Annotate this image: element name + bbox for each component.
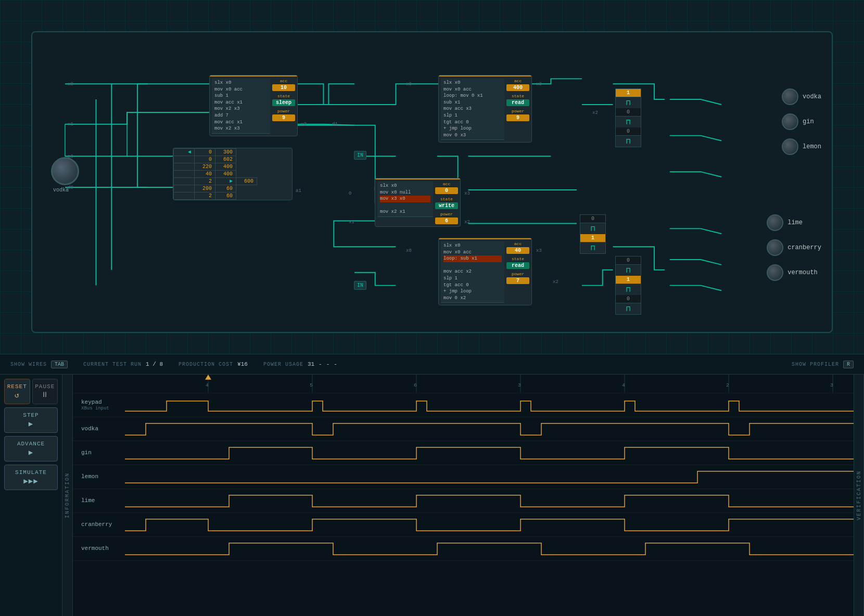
power-dash2: - [326,361,330,367]
port-x2-2: x2 [592,110,598,116]
vermouth-row: vermouth [73,537,854,561]
reset-button[interactable]: RESET ↺ [4,379,30,404]
keypad-wave [125,393,854,417]
step-button[interactable]: STEP ▶ [4,407,58,433]
port-x2-1: x2 [301,122,307,127]
tick-track: 4 5 6 3 4 2 3 [125,375,854,393]
data-table: ◄ 0 300 0 602 220 400 [173,148,293,200]
current-test-item: CURRENT TEST RUN 1 / 8 [83,361,163,367]
production-cost-value: ¥16 [237,361,248,367]
port-a0: a0 [68,154,73,159]
port-x2-4: x2 [553,279,558,285]
proc2-power: 9 [506,114,529,121]
keypad-row: keypad XBus input [73,393,854,417]
show-wires-item: SHOW WIRES TAB [10,361,68,368]
port-d1: d1 [332,122,338,127]
proc3-power: 6 [435,217,458,224]
vermouth-knob[interactable] [767,264,783,281]
current-test-label: CURRENT TEST RUN [83,362,142,367]
svg-text:5: 5 [310,382,313,388]
in-label-1: IN [354,151,366,160]
show-wires-label: SHOW WIRES [10,362,47,367]
proc-node-2: slx x0 mov x0 acc loop: mov 0 x1 sub x1 … [438,75,532,143]
status-bar: SHOW WIRES TAB CURRENT TEST RUN 1 / 8 PR… [0,354,864,375]
signal-block-1: 1 ⊓ 0 ⊓ 0 ⊓ [615,88,641,147]
show-profiler-item: SHOW PROFILER R [792,361,854,368]
proc3-acc: 0 [435,187,458,194]
lemon-label: lemon [803,143,821,150]
production-cost-item: PRODUCTION COST ¥16 [179,361,248,367]
gin-label: gin [803,118,814,125]
port-x1: x1 [68,122,73,127]
information-tab[interactable]: INFORMATION [62,375,73,616]
show-profiler-key[interactable]: R [843,361,854,368]
cranberry-wave [125,513,854,536]
svg-text:3: 3 [830,382,833,388]
show-wires-key[interactable]: TAB [51,361,68,368]
vermouth-label: vermouth [787,269,818,276]
port-x0-4: x0 [406,248,412,253]
proc4-acc: 40 [506,247,529,254]
lime-knob[interactable] [767,214,783,231]
keypad[interactable]: vodka [51,157,79,185]
gin-wave [125,441,854,465]
port-x0-2: x0 [406,82,412,87]
lime-wave [125,489,854,512]
current-test-value: 1 / 8 [146,361,163,367]
vermouth-wave [125,537,854,560]
vodka-output: vodka gin lemon [782,88,821,155]
vodka-label: vodka [803,93,821,100]
header-row: 4 5 6 3 4 2 3 [73,375,854,393]
power-usage-item: POWER USAGE 31 - - - [263,361,337,367]
vodka-wave [125,417,854,441]
cranberry-row: cranberry [73,513,854,537]
cranberry-label: cranberry [787,244,821,251]
proc2-acc: 400 [506,84,529,91]
power-usage-value: 31 [308,361,314,367]
cranberry-knob[interactable] [767,239,783,256]
verification-tab-label: VERIFICATION [856,466,862,524]
port-x0: x0 [68,82,73,87]
verification-tab[interactable]: VERIFICATION [854,375,864,616]
proc2-state: read [506,99,529,106]
circuit-area: vodka x0 x1 a0 d0 slx x0 mov x0 acc sub … [0,0,864,354]
port-x1-3: x1 [349,220,354,225]
advance-button[interactable]: ADVANCE ▶ [4,436,58,461]
svg-text:3: 3 [518,382,521,388]
gin-row: gin [73,441,854,465]
port-0-3: 0 [349,191,351,196]
pause-button[interactable]: PAUSE ⏸ [32,379,58,404]
svg-text:4: 4 [622,382,625,388]
production-cost-label: PRODUCTION COST [179,362,233,367]
proc4-state: read [506,262,529,269]
power-dash3: - [334,361,337,367]
proc1-acc: 10 [272,84,295,91]
proc4-code: slx x0 mov x0 acc loop: sub x1 mov acc x… [441,241,504,303]
lemon-row: lemon [73,465,854,489]
lemon-knob[interactable] [782,138,798,155]
simulate-button[interactable]: SIMULATE ▶▶▶ [4,465,58,490]
proc-node-3: slx x0 mov x0 null mov x3 x0 mov x2 x1 a… [375,178,461,227]
proc4-power: 7 [506,277,529,284]
proc1-code: slx x0 mov x0 acc sub 1 mov acc x1 mov x… [212,79,270,134]
keypad-label: vodka [53,187,69,193]
proc3-state: write [435,202,458,209]
proc-node-4: slx x0 mov x0 acc loop: sub x1 mov acc x… [438,238,532,305]
proc1-power: 9 [272,114,295,121]
port-x2-3: x2 [464,220,470,225]
svg-text:4: 4 [206,382,209,388]
svg-marker-14 [205,375,211,380]
vodka-knob[interactable] [782,88,798,105]
bottom-panel: RESET ↺ PAUSE ⏸ STEP ▶ ADVANCE ▶ SIMULAT… [0,375,864,616]
proc-node-1: slx x0 mov x0 acc sub 1 mov acc x1 mov x… [209,75,298,136]
right-outputs-bottom: lime cranberry vermouth [767,214,821,281]
port-x3-2: x3 [536,82,542,87]
proc3-code: slx x0 mov x0 null mov x3 x0 mov x2 x1 [377,182,433,217]
proc1-state: sleep [272,99,295,106]
left-controls: RESET ↺ PAUSE ⏸ STEP ▶ ADVANCE ▶ SIMULAT… [0,375,62,616]
lime-row: lime [73,489,854,513]
port-x3-3: x3 [464,191,470,196]
signal-block-3: 0 ⊓ 1 ⊓ 0 ⊓ [615,256,641,315]
gin-knob[interactable] [782,113,798,130]
power-usage-label: POWER USAGE [263,362,303,367]
